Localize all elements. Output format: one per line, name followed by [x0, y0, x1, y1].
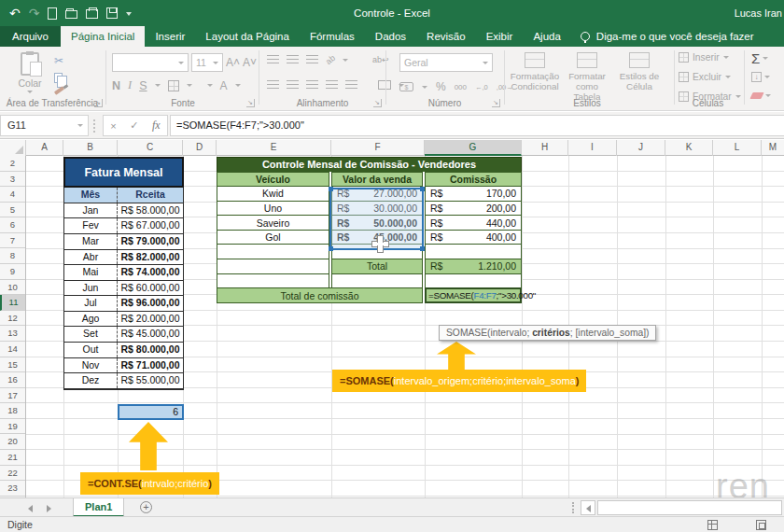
commission-row[interactable]: Kwid R$27.000,00 R$170,00 — [217, 186, 522, 202]
horizontal-scrollbar[interactable] — [567, 498, 784, 517]
invoice-row[interactable]: DezR$ 55.000,00 — [64, 373, 183, 389]
add-sheet-icon[interactable]: + — [140, 501, 152, 513]
autosum-button[interactable]: Σ — [751, 50, 768, 66]
invoice-row[interactable]: SetR$ 45.000,00 — [64, 327, 183, 343]
clear-button[interactable] — [751, 92, 771, 99]
borders-icon[interactable] — [168, 80, 179, 91]
align-bottom-icon[interactable] — [306, 55, 318, 64]
count-result-cell[interactable]: 6 — [118, 404, 184, 420]
row-header[interactable]: 6 — [0, 217, 25, 233]
column-header[interactable]: A — [26, 140, 63, 156]
column-header[interactable]: F — [331, 140, 425, 156]
scrollbar-thumb[interactable] — [597, 500, 782, 515]
row-header[interactable]: 12 — [0, 311, 25, 327]
invoice-row[interactable]: NovR$ 71.000,00 — [64, 358, 183, 374]
row-header[interactable]: 20 — [0, 434, 25, 450]
row-header[interactable]: 14 — [0, 342, 25, 357]
row-header[interactable]: 7 — [0, 233, 25, 249]
increase-decimal-icon[interactable]: ←,0 — [475, 83, 488, 91]
fill-button[interactable]: ↓ — [751, 72, 770, 82]
increase-indent-icon[interactable] — [345, 80, 357, 90]
row-header-selected[interactable]: 11 — [0, 295, 25, 311]
invoice-row[interactable]: JanR$ 58.000,00 — [64, 203, 183, 219]
align-top-icon[interactable] — [267, 55, 279, 64]
row-header[interactable]: 2 — [0, 156, 25, 172]
commission-row[interactable]: Saveiro R$50.000,00 R$440,00 — [217, 215, 522, 231]
formula-input[interactable]: =SOMASE(F4:F7;">30.000" — [170, 115, 784, 136]
number-format-select[interactable]: Geral — [399, 53, 493, 72]
commission-total-row[interactable]: Total R$1.210,00 — [217, 259, 522, 274]
cancel-icon[interactable]: × — [110, 120, 116, 132]
delete-cells-button[interactable]: Excluir — [679, 72, 731, 82]
clipboard-dialog-launcher-icon[interactable]: ↘ — [94, 99, 103, 107]
row-header[interactable]: 19 — [0, 419, 25, 435]
prev-sheet-icon[interactable] — [28, 505, 33, 512]
normal-view-icon[interactable] — [707, 520, 718, 530]
sheet-tab-plan1[interactable]: Plan1 — [73, 498, 124, 517]
row-header[interactable]: 16 — [0, 372, 25, 388]
commission-table-title[interactable]: Controle Mensal de Comissão - Vendedores — [217, 157, 522, 173]
commission-empty-row[interactable] — [217, 273, 522, 289]
column-header[interactable]: J — [617, 140, 665, 156]
merge-center-icon[interactable] — [378, 80, 391, 90]
commission-empty-row[interactable] — [217, 244, 522, 259]
invoice-row[interactable]: JulR$ 96.000,00 — [64, 296, 183, 312]
italic-button[interactable]: I — [128, 78, 132, 92]
align-middle-icon[interactable] — [287, 55, 299, 64]
column-header[interactable]: B — [63, 140, 118, 156]
underline-button[interactable]: S — [139, 79, 147, 92]
tab-pagina-inicial[interactable]: Página Inicial — [61, 26, 145, 47]
tab-exibir[interactable]: Exibir — [476, 26, 524, 47]
commission-header-row[interactable]: Veículo Valor da venda Comissão — [217, 172, 522, 188]
number-dialog-launcher-icon[interactable]: ↘ — [492, 99, 500, 107]
page-layout-view-icon[interactable] — [756, 520, 766, 530]
row-header[interactable]: 9 — [0, 264, 25, 280]
font-size-select[interactable]: 11 — [191, 53, 223, 72]
row-header[interactable]: 8 — [0, 248, 25, 264]
copy-icon[interactable] — [54, 73, 63, 83]
account-user-name[interactable]: Lucas Iran — [735, 0, 782, 26]
tab-arquivo[interactable]: Arquivo — [0, 26, 61, 47]
active-cell-G11[interactable]: =SOMASE(F4:F7;">30.000" — [425, 287, 522, 303]
column-header[interactable]: L — [713, 140, 762, 156]
invoice-row[interactable]: JunR$ 60.000,00 — [64, 281, 183, 297]
font-dialog-launcher-icon[interactable]: ↘ — [246, 99, 255, 107]
row-header[interactable]: 15 — [0, 357, 25, 373]
tab-dados[interactable]: Dados — [365, 26, 416, 47]
invoice-row[interactable]: FevR$ 67.000,00 — [64, 218, 183, 234]
row-header[interactable]: 4 — [0, 187, 25, 203]
accounting-format-icon[interactable]: $ — [399, 82, 413, 91]
tab-inserir[interactable]: Inserir — [145, 26, 195, 47]
row-header[interactable]: 10 — [0, 280, 25, 296]
scroll-left-icon[interactable] — [581, 500, 595, 515]
invoice-table-title[interactable]: Fatura Mensal — [63, 157, 184, 188]
next-sheet-icon[interactable] — [47, 505, 51, 512]
row-header[interactable]: 18 — [0, 403, 25, 419]
column-header[interactable]: E — [217, 140, 331, 156]
column-header-selected[interactable]: G — [425, 140, 522, 156]
column-header[interactable]: K — [665, 140, 713, 156]
cut-icon[interactable]: ✂ — [54, 54, 64, 67]
invoice-row[interactable]: OutR$ 80.000,00 — [64, 343, 183, 358]
row-header[interactable]: 3 — [0, 172, 25, 188]
decrease-indent-icon[interactable] — [326, 80, 338, 90]
tell-me-box[interactable]: Diga-me o que você deseja fazer — [571, 26, 763, 47]
comma-style-icon[interactable]: 000 — [455, 83, 467, 91]
align-left-icon[interactable] — [267, 80, 279, 90]
grow-font-icon[interactable]: A˄ — [226, 58, 240, 67]
format-as-table-button[interactable]: Formatar como Tabela — [563, 52, 611, 102]
align-center-icon[interactable] — [287, 80, 299, 90]
column-header[interactable]: M — [762, 140, 784, 156]
column-header[interactable]: D — [183, 140, 217, 156]
invoice-row[interactable]: AgoR$ 20.000,00 — [64, 312, 183, 328]
row-header[interactable]: 5 — [0, 203, 25, 218]
align-right-icon[interactable] — [306, 80, 318, 90]
bold-button[interactable]: N — [112, 79, 120, 92]
orientation-icon[interactable]: ab — [324, 53, 337, 66]
commission-row[interactable]: Gol R$45.000,00 R$400,00 — [217, 230, 522, 245]
column-header[interactable]: I — [568, 140, 617, 156]
select-all-corner[interactable] — [0, 140, 26, 156]
tab-revisao[interactable]: Revisão — [416, 26, 476, 47]
column-header[interactable]: H — [522, 140, 568, 156]
percent-style-icon[interactable]: % — [436, 80, 446, 93]
